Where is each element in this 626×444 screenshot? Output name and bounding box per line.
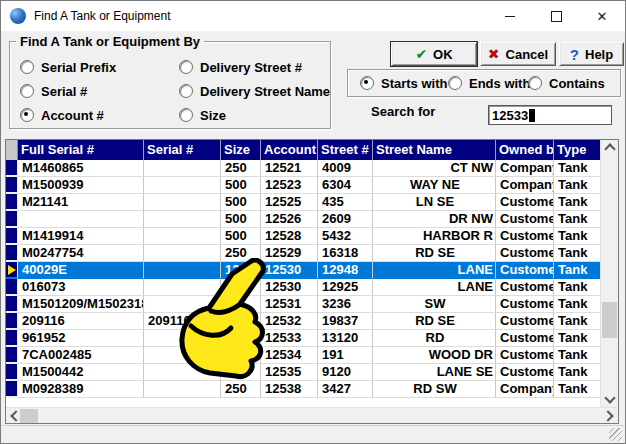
cancel-button[interactable]: ✖ Cancel: [480, 42, 556, 66]
grid-cell[interactable]: Customer: [496, 245, 554, 262]
grid-cell[interactable]: 12528: [261, 228, 318, 245]
grid-cell[interactable]: 5432: [318, 228, 373, 245]
column-header[interactable]: Street Name: [373, 140, 496, 160]
table-row[interactable]: 7CA00248512534191WOOD DRCustomerTank: [6, 347, 601, 364]
table-row[interactable]: 40029E1201253012948LANECustomerTank: [6, 262, 601, 279]
grid-cell[interactable]: 12523: [261, 177, 318, 194]
grid-cell[interactable]: M21141: [18, 194, 144, 211]
grid-cell[interactable]: [144, 330, 221, 347]
search-input[interactable]: 12533: [488, 105, 612, 125]
grid-cell[interactable]: Tank: [554, 245, 601, 262]
scroll-right-button[interactable]: [601, 408, 618, 423]
grid-cell[interactable]: 500: [221, 177, 261, 194]
grid-cell[interactable]: 7CA002485: [18, 347, 144, 364]
grid-cell[interactable]: 12535: [261, 364, 318, 381]
grid-cell[interactable]: Tank: [554, 177, 601, 194]
grid-cell[interactable]: Tank: [554, 364, 601, 381]
grid-cell[interactable]: 12529: [261, 245, 318, 262]
grid-cell[interactable]: 435: [318, 194, 373, 211]
grid-cell[interactable]: 209116: [144, 313, 221, 330]
grid-cell[interactable]: [144, 296, 221, 313]
table-row[interactable]: M2114150012525435LN SECustomerTank: [6, 194, 601, 211]
column-header[interactable]: Account #: [261, 140, 318, 160]
grid-cell[interactable]: 12948: [318, 262, 373, 279]
grid-cell[interactable]: 250: [221, 381, 261, 398]
grid-cell[interactable]: Customer: [496, 364, 554, 381]
grid-cell[interactable]: 016073: [18, 279, 144, 296]
grid-cell[interactable]: 961952: [18, 330, 144, 347]
table-row[interactable]: M02477542501252916318RD SECustomerTank: [6, 245, 601, 262]
horizontal-scroll-thumb[interactable]: [20, 409, 38, 423]
grid-cell[interactable]: CT NW: [373, 160, 496, 177]
radio-size[interactable]: Size: [179, 108, 226, 122]
grid-cell[interactable]: 250: [221, 364, 261, 381]
grid-cell[interactable]: 191: [318, 347, 373, 364]
grid-cell[interactable]: [144, 245, 221, 262]
column-header[interactable]: Street #: [318, 140, 373, 160]
grid-cell[interactable]: Tank: [554, 211, 601, 228]
grid-cell[interactable]: 2609: [318, 211, 373, 228]
grid-cell[interactable]: M0928389: [18, 381, 144, 398]
grid-cell[interactable]: 6304: [318, 177, 373, 194]
grid-cell[interactable]: 3236: [318, 296, 373, 313]
grid-cell[interactable]: Company: [496, 381, 554, 398]
grid-cell[interactable]: 12530: [261, 279, 318, 296]
grid-cell[interactable]: [144, 228, 221, 245]
vertical-scroll-thumb[interactable]: [602, 302, 617, 338]
grid-cell[interactable]: WOOD DR: [373, 347, 496, 364]
horizontal-scrollbar[interactable]: [6, 407, 618, 423]
grid-cell[interactable]: Tank: [554, 279, 601, 296]
table-row[interactable]: 2091162091161253219837RD SECustomerTank: [6, 313, 601, 330]
grid-cell[interactable]: 40029E: [18, 262, 144, 279]
radio-account-number[interactable]: Account #: [20, 108, 104, 122]
maximize-button[interactable]: [533, 1, 579, 31]
grid-cell[interactable]: [144, 211, 221, 228]
grid-cell[interactable]: 12533: [261, 330, 318, 347]
grid-cell[interactable]: 12525: [261, 194, 318, 211]
grid-cell[interactable]: LN SE: [373, 194, 496, 211]
grid-cell[interactable]: DR NW: [373, 211, 496, 228]
grid-cell[interactable]: Customer: [496, 228, 554, 245]
grid-cell[interactable]: 209116: [18, 313, 144, 330]
grid-cell[interactable]: LANE SE: [373, 364, 496, 381]
grid-cell[interactable]: Tank: [554, 160, 601, 177]
grid-cell[interactable]: M1500939: [18, 177, 144, 194]
grid-cell[interactable]: [144, 177, 221, 194]
grid-cell[interactable]: 12521: [261, 160, 318, 177]
grid-cell[interactable]: [144, 279, 221, 296]
grid-cell[interactable]: 12538: [261, 381, 318, 398]
radio-starts-with[interactable]: Starts with: [360, 76, 447, 90]
radio-delivery-street-name[interactable]: Delivery Street Name: [179, 84, 330, 98]
grid-cell[interactable]: Customer: [496, 279, 554, 296]
grid-cell[interactable]: [221, 313, 261, 330]
grid-cell[interactable]: 250: [221, 245, 261, 262]
table-row[interactable]: 0160733201253012925LANECustomerTank: [6, 279, 601, 296]
grid-cell[interactable]: [18, 211, 144, 228]
grid-cell[interactable]: 12925: [318, 279, 373, 296]
grid-cell[interactable]: Customer: [496, 313, 554, 330]
grid-cell[interactable]: 13120: [318, 330, 373, 347]
grid-cell[interactable]: 320: [221, 279, 261, 296]
grid-cell[interactable]: M1501209/M15023187: [18, 296, 144, 313]
grid-cell[interactable]: [221, 296, 261, 313]
scroll-down-button[interactable]: [601, 392, 618, 407]
radio-delivery-street-number[interactable]: Delivery Street #: [179, 60, 302, 74]
grid-cell[interactable]: 12530: [261, 262, 318, 279]
ok-button[interactable]: ✔ OK: [391, 42, 477, 66]
grid-cell[interactable]: 500: [221, 211, 261, 228]
grid-cell[interactable]: Tank: [554, 347, 601, 364]
table-row[interactable]: M1460865250125214009CT NWCompanyTank: [6, 160, 601, 177]
table-row[interactable]: M1500442250125359120LANE SECustomerTank: [6, 364, 601, 381]
grid-cell[interactable]: Tank: [554, 313, 601, 330]
grid-cell[interactable]: RD SE: [373, 245, 496, 262]
column-header[interactable]: Owned by: [496, 140, 554, 160]
grid-cell[interactable]: [144, 364, 221, 381]
grid-cell[interactable]: 12531: [261, 296, 318, 313]
table-row[interactable]: M1501209/M15023187125313236SWCustomerTan…: [6, 296, 601, 313]
grid-cell[interactable]: SW: [373, 296, 496, 313]
grid-cell[interactable]: 120: [221, 262, 261, 279]
help-button[interactable]: ? Help: [559, 42, 624, 66]
grid-cell[interactable]: [221, 330, 261, 347]
grid-cell[interactable]: Customer: [496, 347, 554, 364]
grid-cell[interactable]: Customer: [496, 262, 554, 279]
